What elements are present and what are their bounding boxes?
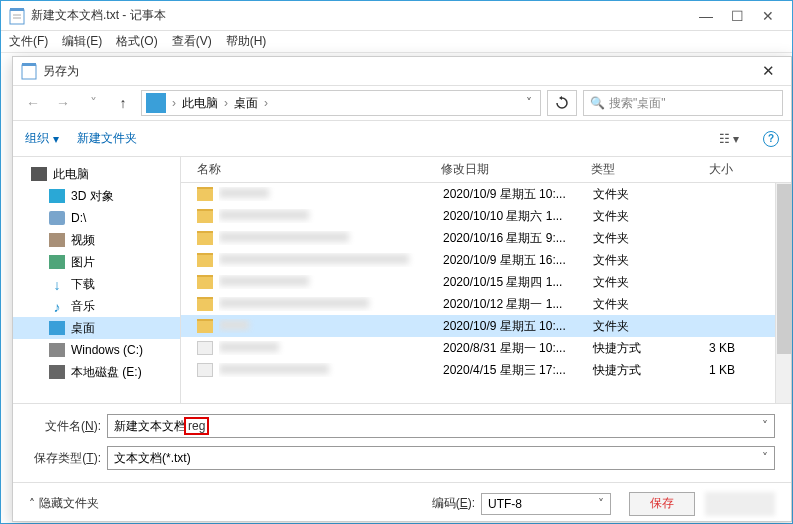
file-name — [219, 363, 443, 377]
folder-icon — [197, 275, 213, 289]
shortcut-icon — [197, 363, 213, 377]
tree-item[interactable]: D:\ — [13, 207, 180, 229]
file-date: 2020/10/15 星期四 1... — [443, 274, 593, 291]
tree-item[interactable]: Windows (C:) — [13, 339, 180, 361]
tree-item-label: 此电脑 — [53, 166, 89, 183]
file-row[interactable]: 2020/4/15 星期三 17:...快捷方式1 KB — [181, 359, 791, 381]
svg-rect-4 — [22, 65, 36, 79]
file-name — [219, 209, 443, 223]
view-options[interactable]: ☷ ▾ — [713, 132, 745, 146]
file-row[interactable]: 2020/10/12 星期一 1...文件夹 — [181, 293, 791, 315]
chevron-down-icon[interactable]: ˅ — [762, 451, 768, 465]
breadcrumb[interactable]: › 此电脑 › 桌面 › ˅ — [141, 90, 541, 116]
chevron-down-icon: ▾ — [53, 132, 59, 146]
file-date: 2020/10/9 星期五 10:... — [443, 186, 593, 203]
scrollbar[interactable] — [775, 183, 791, 403]
tree-item[interactable]: ♪音乐 — [13, 295, 180, 317]
folder-icon — [197, 231, 213, 245]
file-date: 2020/10/9 星期五 10:... — [443, 318, 593, 335]
chevron-down-icon[interactable]: ˅ — [598, 497, 604, 511]
col-date[interactable]: 修改日期 — [441, 161, 591, 178]
menu-format[interactable]: 格式(O) — [116, 33, 157, 50]
organize-button[interactable]: 组织 ▾ — [25, 130, 59, 147]
breadcrumb-dropdown[interactable]: ˅ — [518, 96, 540, 110]
local-icon — [49, 365, 65, 379]
tree-item-label: 视频 — [71, 232, 95, 249]
file-row[interactable]: 2020/10/9 星期五 10:...文件夹 — [181, 183, 791, 205]
file-row[interactable]: 2020/10/16 星期五 9:...文件夹 — [181, 227, 791, 249]
search-input[interactable]: 🔍 搜索"桌面" — [583, 90, 783, 116]
col-type[interactable]: 类型 — [591, 161, 671, 178]
file-type: 文件夹 — [593, 296, 673, 313]
nav-forward[interactable]: → — [51, 95, 75, 111]
folder-icon — [197, 209, 213, 223]
down-icon: ↓ — [49, 277, 65, 291]
nav-recent[interactable]: ˅ — [81, 95, 105, 111]
menu-view[interactable]: 查看(V) — [172, 33, 212, 50]
svg-rect-5 — [22, 63, 36, 66]
pic-icon — [49, 255, 65, 269]
nav-up[interactable]: ↑ — [111, 95, 135, 111]
menu-help[interactable]: 帮助(H) — [226, 33, 267, 50]
cancel-button[interactable] — [705, 492, 775, 516]
folder-tree: 此电脑3D 对象D:\视频图片↓下载♪音乐桌面Windows (C:)本地磁盘 … — [13, 157, 181, 403]
file-type: 快捷方式 — [593, 340, 673, 357]
chevron-down-icon[interactable]: ˅ — [762, 419, 768, 433]
filetype-label: 保存类型(T): — [29, 450, 107, 467]
file-name — [219, 187, 443, 201]
tree-item-label: 图片 — [71, 254, 95, 271]
crumb-this-pc[interactable]: 此电脑 — [178, 95, 222, 112]
tree-item-label: 音乐 — [71, 298, 95, 315]
folder-icon — [197, 319, 213, 333]
refresh-button[interactable] — [547, 90, 577, 116]
video-icon — [49, 233, 65, 247]
tree-item[interactable]: ↓下载 — [13, 273, 180, 295]
pc-icon — [31, 167, 47, 181]
filetype-select[interactable]: 文本文档(*.txt) ˅ — [107, 446, 775, 470]
col-size[interactable]: 大小 — [671, 161, 741, 178]
tree-item[interactable]: 本地磁盘 (E:) — [13, 361, 180, 383]
file-row[interactable]: 2020/10/9 星期五 16:...文件夹 — [181, 249, 791, 271]
file-row[interactable]: 2020/10/15 星期四 1...文件夹 — [181, 271, 791, 293]
file-date: 2020/4/15 星期三 17:... — [443, 362, 593, 379]
col-name[interactable]: 名称 — [181, 161, 441, 178]
minimize-button[interactable]: — — [699, 8, 713, 24]
file-name — [219, 319, 443, 333]
file-row[interactable]: 2020/10/9 星期五 10:...文件夹 — [181, 315, 791, 337]
desk-icon — [49, 321, 65, 335]
file-row[interactable]: 2020/8/31 星期一 10:...快捷方式3 KB — [181, 337, 791, 359]
tree-item[interactable]: 3D 对象 — [13, 185, 180, 207]
tree-item-label: Windows (C:) — [71, 343, 143, 357]
hide-folders-toggle[interactable]: ˄ 隐藏文件夹 — [29, 495, 99, 512]
encoding-select[interactable]: UTF-8 ˅ — [481, 493, 611, 515]
save-button[interactable]: 保存 — [629, 492, 695, 516]
folder-icon — [197, 187, 213, 201]
scrollbar-thumb[interactable] — [777, 184, 791, 354]
file-name — [219, 275, 443, 289]
file-row[interactable]: 2020/10/10 星期六 1...文件夹 — [181, 205, 791, 227]
notepad-titlebar: 新建文本文档.txt - 记事本 — ☐ ✕ — [1, 1, 792, 31]
close-button[interactable]: ✕ — [762, 8, 774, 24]
tree-item[interactable]: 图片 — [13, 251, 180, 273]
new-folder-button[interactable]: 新建文件夹 — [77, 130, 137, 147]
saveas-close-button[interactable]: ✕ — [754, 58, 783, 84]
folder-icon — [197, 297, 213, 311]
tree-item[interactable]: 视频 — [13, 229, 180, 251]
file-type: 快捷方式 — [593, 362, 673, 379]
tree-item-label: 下载 — [71, 276, 95, 293]
nav-back[interactable]: ← — [21, 95, 45, 111]
pc-icon — [146, 93, 166, 113]
filename-input[interactable]: 新建文本文档reg ˅ — [107, 414, 775, 438]
maximize-button[interactable]: ☐ — [731, 8, 744, 24]
svg-rect-0 — [10, 10, 24, 24]
music-icon: ♪ — [49, 299, 65, 313]
tree-item-label: 本地磁盘 (E:) — [71, 364, 142, 381]
tree-item[interactable]: 此电脑 — [13, 163, 180, 185]
menu-file[interactable]: 文件(F) — [9, 33, 48, 50]
file-list: 名称 修改日期 类型 大小 2020/10/9 星期五 10:...文件夹202… — [181, 157, 791, 403]
notepad-title: 新建文本文档.txt - 记事本 — [31, 7, 699, 24]
tree-item[interactable]: 桌面 — [13, 317, 180, 339]
help-button[interactable]: ? — [763, 131, 779, 147]
menu-edit[interactable]: 编辑(E) — [62, 33, 102, 50]
crumb-desktop[interactable]: 桌面 — [230, 95, 262, 112]
